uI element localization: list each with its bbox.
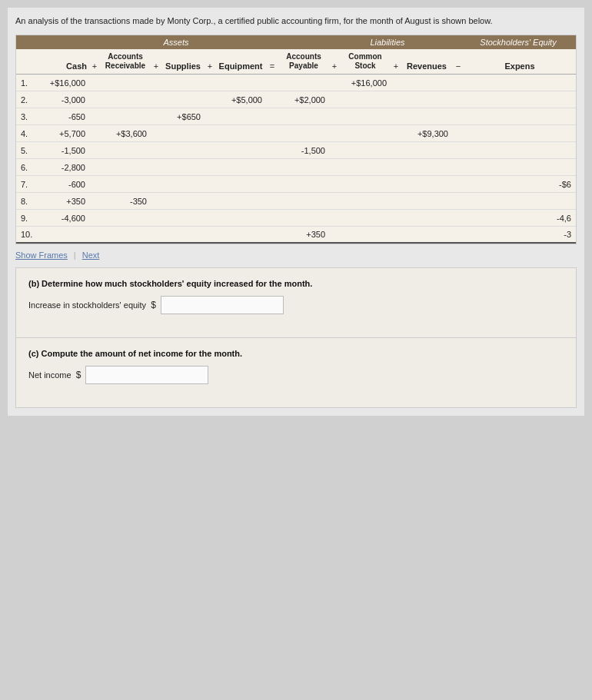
row3-num: 3. (16, 112, 38, 121)
row5-num: 5. (16, 146, 38, 155)
row10-num: 10. (16, 230, 38, 239)
row3-supplies: +$650 (161, 112, 205, 121)
row2-num: 2. (16, 95, 38, 105)
liabilities-header: Liabilities (314, 35, 461, 49)
col-equals-header: = (267, 61, 278, 71)
table-row: 3. -650 +$650 (16, 108, 576, 125)
section-c-title: (c) Compute the amount of net income for… (28, 349, 564, 358)
table-row: 7. -600 -$6 (16, 176, 576, 193)
section-b-input-row: Increase in stockholders' equity $ (28, 296, 564, 314)
section-b-dollar: $ (151, 300, 156, 310)
row5-cash: -1,500 (38, 146, 90, 155)
row2-ap: +$2,000 (278, 95, 330, 105)
cs-header-text: CommonStock (339, 52, 391, 71)
section-b-title: (b) Determine how much stockholders' equ… (28, 279, 564, 288)
row10-ap: +350 (278, 230, 330, 239)
page-container: An analysis of the transactions made by … (8, 8, 584, 416)
col-headers-row: Cash + AccountsReceivable + Supplies + E… (16, 49, 576, 75)
show-how-section: Show Frames | Next (15, 250, 577, 260)
col-supplies-header: Supplies (161, 61, 205, 71)
col-cs-header: CommonStock (339, 52, 391, 71)
table-row: 10. +350 -3 (16, 227, 576, 244)
col-rev-header: Revenues (401, 61, 453, 71)
next-link[interactable]: Next (82, 250, 100, 260)
table-row: 6. -2,800 (16, 159, 576, 176)
col-ar-header: AccountsReceivable (99, 52, 151, 71)
row8-cash: +350 (38, 197, 90, 206)
row4-rev: +$9,300 (401, 129, 453, 138)
accounting-table: Assets Liabilities Stockholders' Equity … (15, 35, 577, 244)
row4-num: 4. (16, 129, 38, 138)
row9-num: 9. (16, 214, 38, 223)
net-income-label: Net income (28, 370, 72, 380)
net-income-input[interactable] (85, 366, 208, 384)
section-headers: Assets Liabilities Stockholders' Equity (16, 35, 576, 49)
ar-header-text: AccountsReceivable (99, 52, 151, 71)
table-row: 2. -3,000 +$5,000 +$2,000 (16, 91, 576, 108)
section-c-dollar: $ (76, 370, 81, 380)
row9-cash: -4,600 (38, 214, 90, 223)
col-ap-header: AccountsPayable (278, 52, 330, 71)
row1-cash: +$16,000 (38, 78, 90, 88)
row4-ar: +$3,600 (99, 129, 151, 138)
col-exp-header: Expens (464, 61, 576, 71)
col-equipment-header: Equipment (215, 61, 267, 71)
col-plus2-header: + (151, 61, 161, 71)
row10-exp: -3 (464, 230, 576, 239)
row6-cash: -2,800 (38, 163, 90, 172)
table-row: 8. +350 -350 (16, 193, 576, 210)
row8-num: 8. (16, 197, 38, 206)
section-c: (c) Compute the amount of net income for… (15, 338, 577, 408)
row6-num: 6. (16, 163, 38, 172)
table-row: 4. +5,700 +$3,600 +$9,300 (16, 125, 576, 142)
col-plus3-header: + (205, 61, 215, 71)
col-cash-header: Cash (38, 61, 90, 71)
section-c-input-row: Net income $ (28, 366, 564, 384)
row5-ap: -1,500 (278, 146, 330, 155)
stockholders-header: Stockholders' Equity (461, 35, 576, 49)
row9-exp: -4,6 (464, 214, 576, 223)
section-b: (b) Determine how much stockholders' equ… (15, 267, 577, 338)
table-row: 9. -4,600 -4,6 (16, 210, 576, 227)
row1-num: 1. (16, 78, 38, 88)
col-plus5-header: + (391, 61, 401, 71)
stockholders-equity-label: Increase in stockholders' equity (28, 300, 146, 310)
data-rows: 1. +$16,000 +$16,000 2. -3,000 (16, 75, 576, 244)
table-row: 5. -1,500 -1,500 (16, 142, 576, 159)
ap-header-text: AccountsPayable (278, 52, 330, 71)
row2-equipment: +$5,000 (215, 95, 267, 105)
show-frames-link[interactable]: Show Frames (15, 250, 68, 260)
intro-text: An analysis of the transactions made by … (15, 15, 577, 27)
row2-cash: -3,000 (38, 95, 90, 105)
row7-exp: -$6 (464, 180, 576, 189)
row8-ar: -350 (99, 197, 151, 206)
row7-cash: -600 (38, 180, 90, 189)
row3-cash: -650 (38, 112, 90, 121)
assets-header: Assets (38, 35, 314, 49)
col-plus1-header: + (90, 61, 99, 71)
row1-cs: +$16,000 (339, 78, 391, 88)
col-plus4-header: + (330, 61, 339, 71)
row4-cash: +5,700 (38, 129, 90, 138)
table-row: 1. +$16,000 +$16,000 (16, 75, 576, 91)
col-dash-header: − (453, 61, 464, 71)
row7-num: 7. (16, 180, 38, 189)
stockholders-equity-input[interactable] (161, 296, 284, 314)
